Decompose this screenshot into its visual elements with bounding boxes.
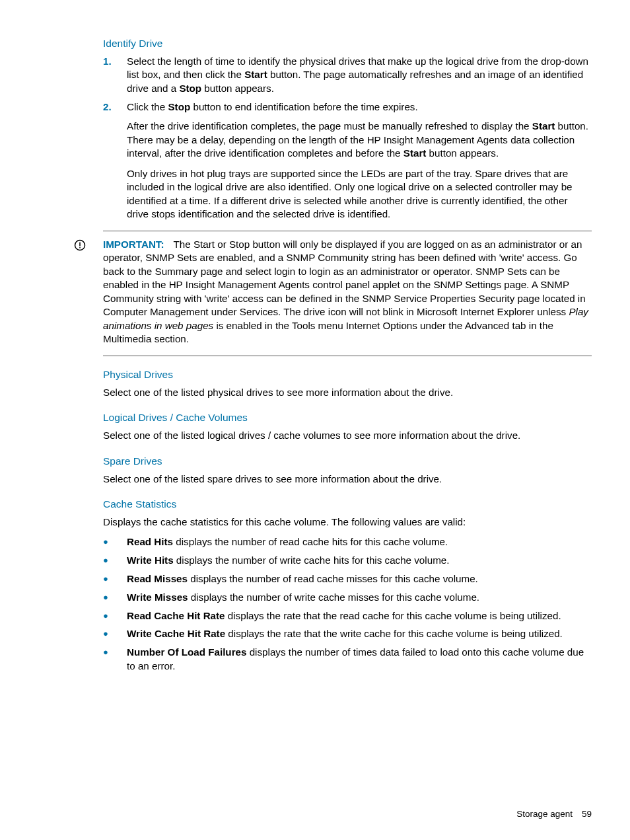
bullet-icon: ● [103, 646, 127, 673]
step-text: Select the length of time to identify th… [127, 55, 592, 96]
heading-cache-statistics: Cache Statistics [103, 498, 592, 512]
bullet-icon: ● [103, 591, 127, 605]
heading-physical-drives: Physical Drives [103, 368, 592, 382]
divider [103, 231, 592, 231]
list-item: ●Number Of Load Failures displays the nu… [103, 646, 592, 673]
paragraph: Select one of the listed logical drives … [103, 429, 592, 443]
bullet-icon: ● [103, 627, 127, 641]
bullet-icon: ● [103, 609, 127, 623]
paragraph: After the drive identification completes… [127, 120, 592, 161]
list-item: 2. Click the Stop button to end identifi… [103, 100, 592, 114]
svg-rect-2 [79, 247, 81, 248]
divider [103, 356, 592, 356]
list-item: ●Read Cache Hit Rate displays the rate t… [103, 609, 592, 623]
paragraph: Select one of the listed spare drives to… [103, 473, 592, 486]
list-item: ●Write Hits displays the number of write… [103, 554, 592, 568]
paragraph: Only drives in hot plug trays are suppor… [127, 167, 592, 221]
step-number: 2. [103, 100, 127, 114]
paragraph: Select one of the listed physical drives… [103, 386, 592, 400]
bullet-icon: ● [103, 572, 127, 586]
heading-spare-drives: Spare Drives [103, 455, 592, 469]
step-text: Click the Stop button to end identificat… [127, 100, 592, 114]
heading-logical-drives: Logical Drives / Cache Volumes [103, 411, 592, 425]
bullet-icon: ● [103, 554, 127, 568]
list-item: ●Read Hits displays the number of read c… [103, 535, 592, 549]
step-number: 1. [103, 55, 127, 96]
important-note: IMPORTANT:The Start or Stop button will … [103, 238, 592, 346]
page-footer: Storage agent59 [516, 808, 592, 820]
document-page: Identify Drive 1. Select the length of t… [0, 0, 630, 840]
paragraph: Displays the cache statistics for this c… [103, 515, 592, 529]
list-item: 1. Select the length of time to identify… [103, 55, 592, 96]
list-item: ●Write Misses displays the number of wri… [103, 591, 592, 605]
list-item: ●Read Misses displays the number of read… [103, 572, 592, 586]
important-label: IMPORTANT: [103, 239, 164, 250]
heading-identify-drive: Identify Drive [103, 37, 592, 51]
list-item: ●Write Cache Hit Rate displays the rate … [103, 627, 592, 641]
important-icon [74, 239, 86, 251]
footer-section: Storage agent [516, 809, 573, 819]
identify-steps-list: 1. Select the length of time to identify… [103, 55, 592, 114]
page-number: 59 [582, 809, 592, 819]
svg-rect-1 [79, 242, 81, 246]
cache-statistics-list: ●Read Hits displays the number of read c… [103, 535, 592, 673]
bullet-icon: ● [103, 535, 127, 549]
